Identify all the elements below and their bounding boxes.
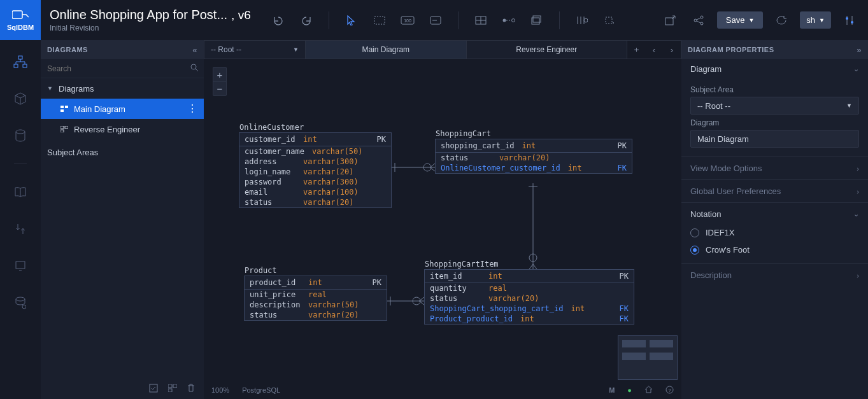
- diagrams-panel-title: DIAGRAMS: [47, 46, 88, 53]
- zoom-out-button[interactable]: −: [213, 81, 226, 95]
- col-name: status: [250, 311, 301, 319]
- table-col-row[interactable]: ShoppingCart_shopping_cart_idintFK: [425, 304, 634, 314]
- export-icon[interactable]: [661, 11, 680, 30]
- table-col-row[interactable]: customer_namevarchar(50): [239, 146, 391, 157]
- collapse-left-icon[interactable]: «: [192, 45, 197, 55]
- table-ShoppingCartItem[interactable]: ShoppingCartItemitem_idintPKquantityreal…: [424, 269, 634, 325]
- save-button[interactable]: Save ▼: [717, 11, 764, 29]
- table-Product[interactable]: Productproduct_idintPKunit_pricerealdesc…: [244, 276, 387, 321]
- table-pk-row[interactable]: item_idintPK: [425, 270, 634, 283]
- svg-text:?: ?: [668, 387, 671, 393]
- rail-database-icon[interactable]: [10, 127, 31, 144]
- footer-icon-1[interactable]: [149, 384, 158, 395]
- table-ShoppingCart[interactable]: ShoppingCartshopping_cart_idintPKstatusv…: [435, 139, 632, 174]
- rail-diagrams-icon[interactable]: [10, 53, 31, 71]
- search-input[interactable]: [41, 59, 204, 78]
- table-col-row[interactable]: passwordvarchar(300): [239, 177, 391, 187]
- table-col-row[interactable]: quantityreal: [425, 283, 634, 293]
- tab-reverse-engineer[interactable]: Reverse Engineer: [467, 40, 628, 59]
- more-icon[interactable]: ⋮: [187, 104, 197, 114]
- collapse-right-icon[interactable]: »: [857, 45, 862, 55]
- table-col-row[interactable]: descriptionvarchar(50): [245, 300, 387, 310]
- svg-rect-36: [65, 126, 68, 129]
- table-OnlineCustomer[interactable]: OnlineCustomercustomer_idintPKcustomer_n…: [239, 132, 392, 208]
- layers-icon[interactable]: [527, 11, 546, 30]
- align-icon[interactable]: [601, 11, 620, 30]
- minimap[interactable]: [618, 335, 678, 380]
- rail-compare-icon[interactable]: [10, 220, 31, 238]
- columns-icon[interactable]: [573, 11, 592, 30]
- table-col-row[interactable]: statusvarchar(20): [436, 153, 632, 163]
- sh-button[interactable]: sh ▼: [800, 11, 831, 29]
- add-tab-icon[interactable]: ＋: [627, 44, 645, 55]
- table-col-row[interactable]: statusvarchar(20): [239, 197, 391, 207]
- tree-item-main-diagram[interactable]: Main Diagram ⋮: [41, 99, 204, 119]
- table-col-row[interactable]: emailvarchar(100): [239, 187, 391, 197]
- prev-tab-icon[interactable]: ‹: [645, 45, 663, 55]
- app-logo[interactable]: SqlDBM: [0, 0, 41, 40]
- settings-sliders-icon[interactable]: [840, 11, 859, 30]
- undo-icon[interactable]: [269, 11, 288, 30]
- col-type: int: [522, 141, 536, 150]
- tag100-icon[interactable]: 100: [398, 11, 417, 30]
- table-pk-row[interactable]: shopping_cart_idintPK: [436, 139, 632, 152]
- table-col-row[interactable]: Product_product_idintFK: [425, 314, 634, 324]
- radio-crowsfoot[interactable]: Crow's Foot: [681, 241, 868, 258]
- trash-icon[interactable]: [187, 384, 195, 395]
- rail-cube-icon[interactable]: [10, 90, 31, 108]
- table-col-row[interactable]: addressvarchar(300): [239, 157, 391, 167]
- revert-icon[interactable]: [772, 11, 791, 30]
- table-col-row[interactable]: unit_pricereal: [245, 290, 387, 300]
- tree-subject-areas[interactable]: Subject Areas: [41, 142, 204, 162]
- table-col-row[interactable]: statusvarchar(20): [425, 293, 634, 304]
- search-icon[interactable]: [190, 64, 199, 74]
- section-global-prefs[interactable]: Global User Preferences ›: [681, 181, 868, 201]
- table-col-row[interactable]: OnlineCustomer_customer_idintFK: [436, 163, 632, 173]
- table-col-row[interactable]: statusvarchar(20): [245, 310, 387, 320]
- mode-indicator[interactable]: M: [609, 386, 615, 394]
- section-label: Global User Preferences: [690, 186, 781, 196]
- table-col-row[interactable]: login_namevarchar(20): [239, 167, 391, 177]
- section-notation[interactable]: Notation ⌄: [681, 204, 868, 224]
- footer-icon-2[interactable]: [168, 384, 177, 394]
- tree-root-diagrams[interactable]: ▼ Diagrams: [41, 78, 204, 99]
- col-name: item_id: [430, 272, 481, 281]
- relation-icon[interactable]: [499, 11, 518, 30]
- diagram-tree: ▼ Diagrams Main Diagram ⋮ Reverse Engine…: [41, 78, 204, 379]
- rail-book-icon[interactable]: [10, 183, 31, 201]
- grid-icon[interactable]: [471, 11, 490, 30]
- root-selector[interactable]: -- Root -- ▼: [204, 40, 306, 59]
- diagram-name-input[interactable]: Main Diagram: [690, 130, 859, 148]
- subject-area-select[interactable]: -- Root -- ▼: [690, 97, 859, 115]
- next-tab-icon[interactable]: ›: [663, 45, 681, 55]
- tab-main-diagram[interactable]: Main Diagram: [306, 40, 467, 59]
- svg-point-16: [613, 22, 614, 24]
- share-icon[interactable]: [689, 11, 708, 30]
- rail-db2-icon[interactable]: [10, 294, 31, 312]
- section-view-mode[interactable]: View Mode Options ›: [681, 158, 868, 178]
- radio-idef1x[interactable]: IDEF1X: [681, 224, 868, 241]
- table-title: OnlineCustomer: [239, 123, 304, 132]
- col-type: varchar(300): [303, 178, 359, 186]
- table-pk-row[interactable]: customer_idintPK: [239, 133, 391, 146]
- col-name: description: [250, 300, 301, 309]
- note-icon[interactable]: [426, 11, 445, 30]
- help-icon[interactable]: ?: [665, 386, 674, 395]
- radio-icon: [690, 246, 699, 255]
- section-diagram[interactable]: Diagram ⌄: [681, 59, 868, 79]
- home-icon[interactable]: [644, 386, 653, 395]
- section-description[interactable]: Description ›: [681, 265, 868, 285]
- col-type: varchar(20): [488, 294, 539, 303]
- diagram-canvas[interactable]: + − OnlineCustomercustomer_idintPKcustom…: [204, 59, 681, 399]
- svg-rect-35: [60, 126, 64, 129]
- zoom-in-button[interactable]: +: [213, 67, 226, 81]
- svg-rect-24: [14, 64, 18, 67]
- table-pk-row[interactable]: product_idintPK: [245, 276, 387, 289]
- marquee-icon[interactable]: [370, 11, 389, 30]
- pointer-icon[interactable]: [342, 11, 361, 30]
- redo-icon[interactable]: [297, 11, 316, 30]
- zoom-level[interactable]: 100%: [211, 386, 229, 394]
- save-button-label: Save: [726, 15, 745, 25]
- rail-screen-icon[interactable]: [10, 257, 31, 275]
- tree-item-reverse-engineer[interactable]: Reverse Engineer: [41, 119, 204, 139]
